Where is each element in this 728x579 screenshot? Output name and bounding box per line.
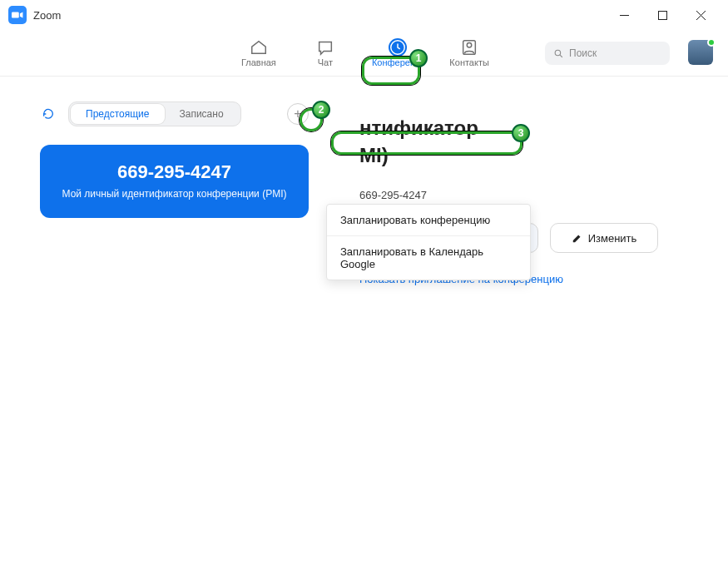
svg-point-6 — [467, 43, 472, 48]
nav-chat[interactable]: Чат — [302, 37, 349, 69]
meetings-tab-bar: Предстоящие Записано + — [40, 101, 309, 126]
nav-home-label: Главная — [241, 57, 276, 67]
chat-icon — [316, 38, 334, 57]
pmi-number: 669-295-4247 — [53, 161, 295, 183]
svg-rect-2 — [658, 11, 666, 19]
pencil-icon — [572, 232, 583, 244]
window-controls — [605, 2, 720, 28]
tab-recorded[interactable]: Записано — [165, 104, 239, 124]
nav-contacts[interactable]: Контакты — [446, 37, 493, 69]
content-area: Предстоящие Записано + 669-295-4247 Мой … — [0, 77, 728, 579]
dropdown-schedule-meeting[interactable]: Запланировать конференцию — [327, 205, 530, 235]
svg-point-8 — [555, 50, 561, 55]
pmi-label: Мой личный идентификатор конференции (PM… — [53, 188, 295, 200]
add-meeting-button[interactable]: + — [287, 103, 309, 125]
presence-indicator — [707, 38, 716, 47]
meeting-id-text: 669-295-4247 — [359, 189, 701, 201]
meeting-title-line2: MI) — [359, 144, 701, 167]
pmi-card[interactable]: 669-295-4247 Мой личный идентификатор ко… — [40, 145, 309, 218]
svg-rect-0 — [12, 12, 19, 18]
nav-chat-label: Чат — [318, 57, 333, 67]
top-navbar: Главная Чат Конферен... Контакты Поиск — [0, 30, 728, 77]
left-column: Предстоящие Записано + 669-295-4247 Мой … — [40, 101, 309, 218]
clock-icon — [389, 38, 407, 57]
plus-icon: + — [294, 106, 301, 121]
titlebar: Zoom — [0, 0, 728, 30]
meeting-title-line1: нтификатор — [359, 115, 701, 141]
edit-button[interactable]: Изменить — [550, 223, 658, 253]
tab-upcoming[interactable]: Предстоящие — [71, 104, 165, 124]
pill-tabs: Предстоящие Записано — [68, 101, 241, 126]
edit-label: Изменить — [588, 232, 637, 245]
maximize-button[interactable] — [643, 2, 681, 28]
svg-line-9 — [560, 55, 562, 57]
nav-meetings-label: Конферен... — [372, 57, 423, 67]
home-icon — [250, 38, 268, 57]
dropdown-schedule-google[interactable]: Запланировать в Календарь Google — [327, 235, 530, 280]
refresh-button[interactable] — [40, 106, 57, 122]
search-input[interactable]: Поиск — [545, 42, 670, 65]
zoom-app-icon — [8, 6, 27, 24]
contacts-icon — [460, 38, 478, 57]
close-button[interactable] — [681, 2, 720, 28]
minimize-button[interactable] — [605, 2, 643, 28]
search-placeholder: Поиск — [569, 47, 597, 59]
nav-contacts-label: Контакты — [449, 57, 489, 67]
refresh-icon — [42, 107, 55, 121]
app-window: Zoom Главная Чат Конферен... Контакты — [0, 0, 728, 579]
nav-meetings[interactable]: Конферен... — [369, 37, 426, 69]
search-icon — [553, 48, 564, 59]
nav-tabs: Главная Чат Конферен... Контакты — [235, 37, 493, 69]
app-title: Zoom — [33, 9, 61, 22]
add-meeting-dropdown: Запланировать конференцию Запланировать … — [326, 204, 531, 280]
nav-home[interactable]: Главная — [235, 37, 282, 69]
